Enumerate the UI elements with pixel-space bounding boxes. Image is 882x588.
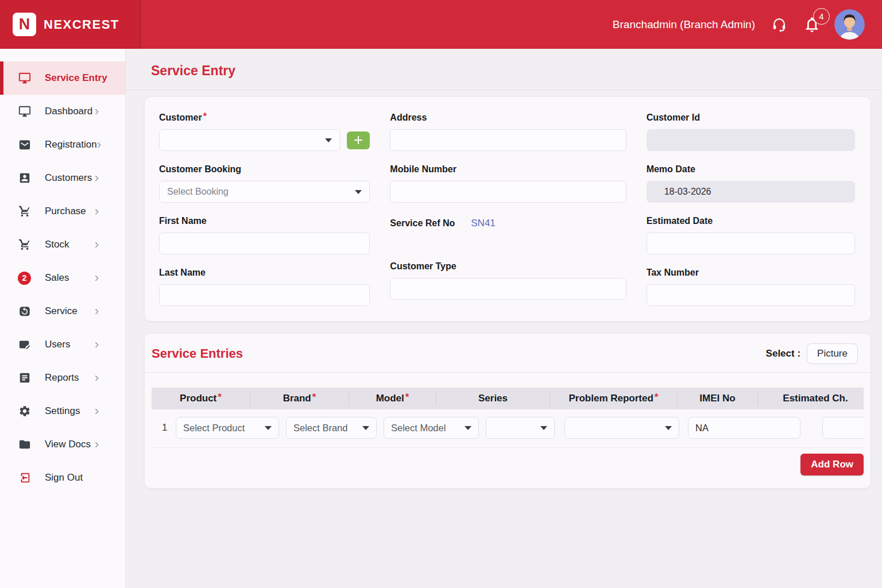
column-header-estimated-charges: Estimated Ch. [758, 392, 864, 405]
customer-id-input [647, 129, 855, 151]
service-entries-title: Service Entries [152, 346, 243, 361]
column-header-series: Series [436, 392, 550, 405]
last-name-label: Last Name [159, 268, 370, 278]
sidebar-item-label: Stock [45, 239, 69, 250]
customer-booking-label: Customer Booking [159, 164, 370, 175]
model-select[interactable]: Select Model [384, 417, 479, 439]
chevron-down-icon [325, 138, 332, 142]
sidebar-item-sales[interactable]: 2 Sales › [0, 261, 125, 295]
sidebar-item-label: Registration [45, 139, 97, 150]
chevron-right-icon: › [95, 105, 99, 118]
chevron-right-icon: › [95, 338, 99, 351]
brand-select[interactable]: Select Brand [286, 417, 377, 439]
entries-table: Product* Brand* Model* Series Problem Re… [152, 388, 864, 448]
gear-icon [18, 405, 31, 418]
last-name-input[interactable] [159, 284, 370, 306]
first-name-input[interactable] [159, 233, 370, 254]
brand-logo: N NEXCREST [0, 0, 141, 49]
notification-count-badge: 4 [813, 8, 830, 25]
model-placeholder: Select Model [391, 423, 446, 434]
customer-booking-field: Customer Booking Select Booking [159, 164, 370, 203]
booking-placeholder: Select Booking [167, 187, 229, 197]
service-ref-label: Service Ref No [390, 218, 455, 229]
cart-icon [18, 238, 31, 252]
required-mark: * [405, 392, 409, 403]
customer-type-field: Customer Type [390, 261, 626, 306]
chevron-right-icon: › [97, 138, 101, 151]
sidebar-item-registration[interactable]: Registration › [0, 128, 125, 161]
product-placeholder: Select Product [183, 423, 245, 434]
user-avatar[interactable] [834, 9, 865, 40]
entries-table-header: Product* Brand* Model* Series Problem Re… [152, 388, 864, 409]
service-ref-field: Service Ref No SN41 [390, 216, 626, 254]
address-field: Address [390, 113, 626, 151]
tax-number-label: Tax Number [647, 268, 855, 278]
mobile-number-input[interactable] [390, 181, 626, 203]
add-row-button[interactable]: Add Row [800, 454, 864, 475]
column-header-problem-reported: Problem Reported* [550, 392, 678, 405]
imei-input[interactable] [688, 417, 800, 439]
sidebar-item-label: Sales [45, 272, 69, 284]
series-select[interactable] [486, 417, 555, 439]
chevron-right-icon: › [95, 405, 99, 417]
tax-number-input[interactable] [647, 284, 855, 306]
estimated-charges-input[interactable] [822, 417, 864, 439]
page-header: Service Entry [126, 49, 882, 90]
chevron-right-icon: › [95, 372, 99, 384]
brand-logo-icon: N [13, 13, 36, 36]
first-name-field: First Name [159, 216, 370, 254]
required-mark: * [655, 392, 659, 403]
add-customer-button[interactable] [347, 131, 370, 149]
headset-support-icon[interactable] [771, 17, 787, 33]
replay-box-icon [18, 305, 31, 318]
problem-reported-select[interactable] [564, 417, 679, 439]
estimated-date-input[interactable] [647, 233, 855, 254]
sidebar-item-users[interactable]: Users › [0, 328, 125, 361]
memo-date-label: Memo Date [647, 164, 855, 175]
sidebar-item-sign-out[interactable]: Sign Out [0, 461, 125, 494]
sidebar-item-label: Dashboard [45, 106, 92, 117]
mobile-number-field: Mobile Number [390, 164, 626, 203]
sidebar-item-reports[interactable]: Reports › [0, 361, 125, 394]
sidebar-item-settings[interactable]: Settings › [0, 394, 125, 428]
brand-placeholder: Select Brand [293, 423, 347, 434]
sidebar-item-label: Sign Out [45, 472, 83, 483]
mobile-number-label: Mobile Number [390, 164, 626, 175]
sidebar-item-label: Purchase [45, 206, 86, 217]
sidebar-item-label: View Docs [45, 439, 91, 450]
address-input[interactable] [390, 129, 626, 151]
sidebar-item-stock[interactable]: Stock › [0, 228, 125, 261]
customer-type-input[interactable] [390, 278, 626, 300]
chevron-right-icon: › [95, 238, 99, 251]
row-index: 1 [162, 422, 168, 434]
tax-number-field: Tax Number [647, 268, 855, 306]
memo-date-field: Memo Date [647, 164, 855, 203]
required-mark: * [203, 111, 207, 121]
sidebar-item-label: Settings [45, 405, 80, 417]
service-entries-card: Service Entries Select : Picture Product… [145, 334, 871, 488]
sidebar-nav: Service Entry Dashboard › Registration ›… [0, 49, 126, 588]
sidebar-item-service-entry[interactable]: Service Entry [0, 61, 125, 95]
chevron-right-icon: › [95, 205, 99, 218]
sidebar-item-label: Reports [45, 372, 79, 384]
sidebar-item-label: Users [45, 339, 70, 350]
logged-in-user: Branchadmin (Branch Admin) [613, 18, 755, 31]
customer-booking-select[interactable]: Select Booking [159, 181, 370, 203]
sidebar-item-view-docs[interactable]: View Docs › [0, 428, 125, 461]
entries-footer: Add Row [145, 448, 871, 478]
product-select[interactable]: Select Product [176, 417, 279, 439]
picture-button[interactable]: Picture [807, 343, 858, 364]
chevron-right-icon: › [95, 172, 99, 184]
top-header: N NEXCREST Branchadmin (Branch Admin) 4 [0, 0, 882, 49]
chevron-right-icon: › [95, 272, 99, 284]
chevron-down-icon [465, 426, 471, 430]
sidebar-item-purchase[interactable]: Purchase › [0, 195, 125, 228]
sidebar-item-label: Service [45, 305, 78, 317]
sidebar-item-dashboard[interactable]: Dashboard › [0, 95, 125, 128]
chevron-down-icon [355, 190, 362, 194]
notifications-bell-icon[interactable]: 4 [803, 16, 821, 33]
sidebar-item-customers[interactable]: Customers › [0, 161, 125, 195]
sidebar-item-service[interactable]: Service › [0, 295, 125, 328]
customer-select[interactable] [159, 129, 340, 151]
customer-id-label: Customer Id [647, 113, 855, 123]
